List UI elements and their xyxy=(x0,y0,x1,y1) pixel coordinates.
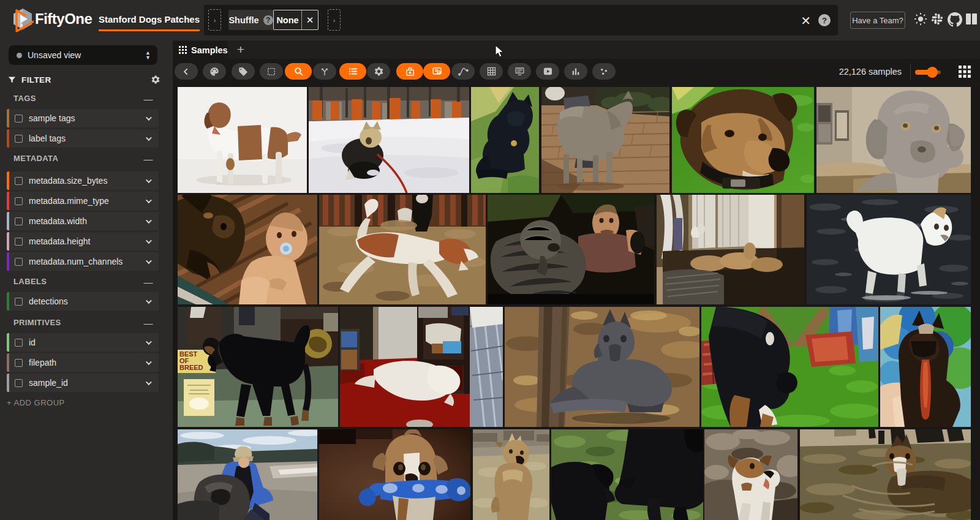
svg-text:BREED: BREED xyxy=(179,364,203,371)
